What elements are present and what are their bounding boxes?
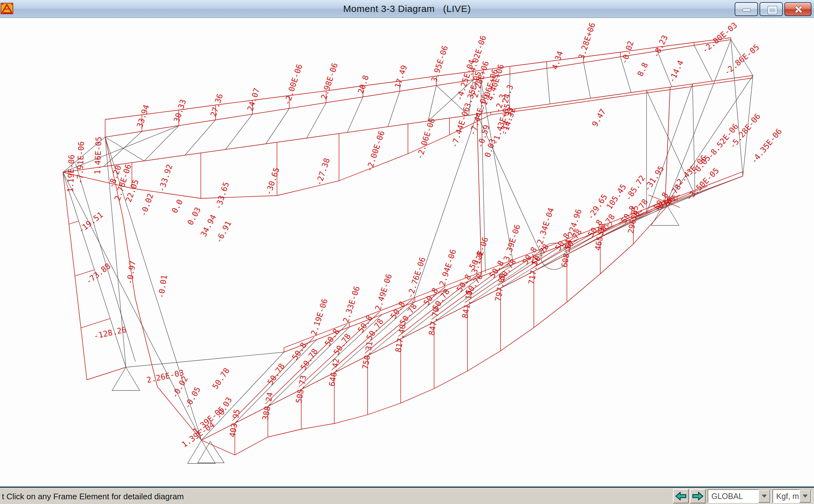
- model-canvas[interactable]: 33.9430.3327.3624.07-2.00E-062.98E-0620.…: [0, 0, 814, 504]
- moment-value-label: -6.91: [214, 219, 233, 245]
- moment-value-label: -7.44E-06: [449, 106, 471, 149]
- chevron-down-icon[interactable]: [799, 490, 811, 503]
- units-select[interactable]: Kgf, m, C: [772, 489, 812, 503]
- moment-diagram-curve: [105, 38, 731, 119]
- moment-value-label: 50.78: [211, 366, 232, 391]
- frame-member[interactable]: [266, 108, 289, 144]
- moment-value-label: 750.31: [360, 341, 374, 370]
- moment-diagram-line: [665, 87, 670, 202]
- moment-value-label: 2.49E-06: [373, 273, 394, 311]
- next-view-button[interactable]: [690, 489, 706, 503]
- units-value: Kgf, m, C: [773, 492, 799, 501]
- moment-value-label: -128.26: [93, 325, 127, 341]
- frame-member[interactable]: [428, 86, 436, 121]
- window-title: Moment 3-3 Diagram (LIVE): [343, 3, 471, 14]
- moment-value-label: -0.97: [125, 260, 137, 285]
- moment-value-label: 17.49: [393, 64, 409, 89]
- moment-value-label: -0.02: [620, 40, 636, 65]
- frame-member[interactable]: [583, 63, 590, 98]
- moment-value-label: 3.95E-06: [429, 44, 450, 83]
- right-arrow-icon: [691, 490, 705, 502]
- minimize-button[interactable]: [735, 2, 758, 16]
- moment-value-label: -2.76E-06: [405, 256, 427, 299]
- moment-value-label: 1.19E-06: [66, 154, 76, 192]
- title-bar: Moment 3-3 Diagram (LIVE): [0, 0, 814, 18]
- restore-icon: [768, 6, 777, 14]
- frame-member[interactable]: [185, 120, 216, 155]
- support-icon: [112, 367, 140, 390]
- moment-value-label: 8.8: [636, 61, 650, 78]
- moment-value-label: 1.46E-05: [93, 136, 103, 174]
- moment-value-label: 27.36: [209, 92, 225, 118]
- moment-value-label: -2.86E-05: [722, 42, 761, 77]
- frame-member[interactable]: [103, 131, 142, 167]
- moment-value-label: -4.35E-06: [749, 127, 783, 165]
- moment-value-label: 3.28E+06: [577, 21, 597, 60]
- moment-value-label: -2.06E-06: [415, 117, 437, 160]
- moment-diagram-line: [81, 318, 110, 328]
- frame-member[interactable]: [388, 91, 400, 127]
- moment-value-label: 3.39E-06: [502, 223, 522, 262]
- left-arrow-icon: [674, 490, 688, 502]
- chevron-down-icon[interactable]: [758, 490, 770, 503]
- close-icon: [794, 5, 802, 13]
- moment-value-label: 0.03: [186, 206, 203, 227]
- prev-view-button[interactable]: [673, 489, 689, 503]
- moment-value-label: 2.33E-06: [341, 285, 362, 324]
- moment-value-label: 388.24: [261, 391, 275, 421]
- frame-member[interactable]: [547, 68, 550, 104]
- moment-value-label: 646.42: [327, 357, 341, 387]
- moment-value-label: 34.94: [199, 213, 218, 238]
- coord-system-select[interactable]: GLOBAL: [708, 489, 771, 503]
- frame-member[interactable]: [63, 172, 201, 440]
- frame-member[interactable]: [126, 352, 284, 367]
- moment-value-label: 20.8: [356, 74, 371, 95]
- moment-value-label: 50.78: [266, 362, 287, 387]
- moment-value-label: 24.3: [500, 84, 515, 104]
- coord-system-value: GLOBAL: [708, 492, 758, 501]
- moment-value-label: 2.94E-06: [438, 248, 458, 287]
- window-controls: [735, 2, 811, 16]
- moment-value-label: 2.19E-06: [309, 297, 330, 336]
- frame-member[interactable]: [226, 114, 253, 150]
- status-message: t Click on any Frame Element for detaile…: [2, 492, 184, 501]
- moment-value-label: -0.01: [156, 274, 169, 299]
- frame-member[interactable]: [105, 137, 144, 161]
- moment-value-label: -27.38: [314, 157, 332, 187]
- frame-member[interactable]: [347, 97, 363, 132]
- moment-value-label: -33.65: [214, 181, 231, 211]
- moment-diagram-line: [69, 221, 79, 224]
- moment-value-label: -14.4: [667, 59, 685, 84]
- moment-value-label: -2.80E-03: [700, 20, 739, 55]
- moment-value-label: -0.23: [651, 34, 670, 59]
- moment-value-label: -2.00E-06: [282, 63, 304, 106]
- moment-value-label: 9.47: [590, 107, 607, 128]
- frame-member[interactable]: [144, 126, 179, 161]
- moment-value-label: -30.65: [264, 166, 281, 196]
- moment-value-label: 4.34: [550, 50, 565, 71]
- moment-value-label: -33.92: [157, 163, 174, 193]
- frame-member[interactable]: [693, 84, 695, 195]
- minimize-icon: [743, 9, 751, 11]
- moment-value-label: -2.34E-04: [534, 207, 555, 250]
- moment-value-label: 0.0: [170, 198, 185, 214]
- restore-button[interactable]: [760, 2, 783, 16]
- moment-value-label: -7.91E-06: [75, 141, 86, 184]
- moment-value-label: 2.98E-06: [319, 62, 340, 100]
- frame-member[interactable]: [307, 103, 326, 138]
- moment-value-label: 33.94: [135, 103, 151, 129]
- moment-value-label: -0.05: [182, 385, 202, 410]
- moment-value-label: 403.95: [228, 408, 242, 438]
- status-bar: t Click on any Frame Element for detaile…: [0, 488, 814, 504]
- moment-value-label: -0.02: [138, 192, 155, 218]
- app-icon: [1, 2, 14, 15]
- close-button[interactable]: [784, 2, 811, 16]
